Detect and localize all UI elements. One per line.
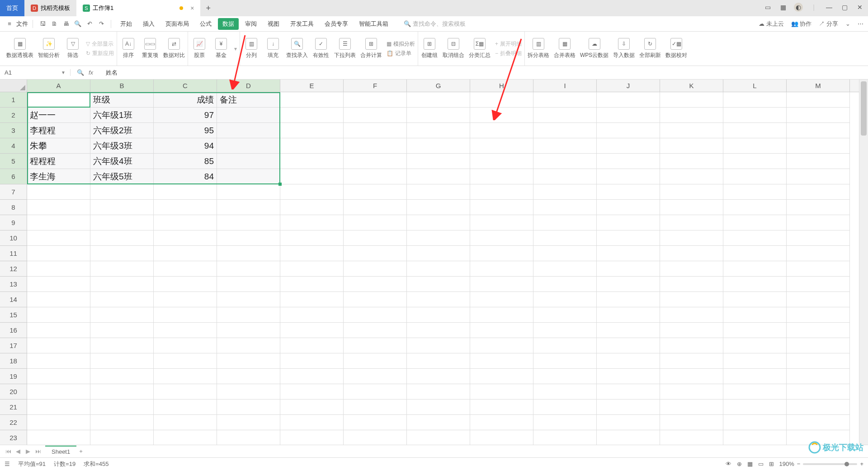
cell[interactable]: [787, 323, 850, 338]
zoom-slider-thumb[interactable]: [844, 462, 849, 466]
cell[interactable]: [90, 184, 154, 200]
cell[interactable]: [90, 415, 154, 430]
chevron-down-icon[interactable]: ▾: [234, 46, 237, 52]
cell[interactable]: [407, 169, 470, 184]
row-header[interactable]: 12: [0, 261, 27, 277]
cell[interactable]: [90, 215, 154, 230]
fill-handle[interactable]: [278, 183, 282, 186]
cell[interactable]: [597, 369, 660, 384]
cell[interactable]: 94: [154, 138, 217, 154]
settings-icon[interactable]: ☰: [5, 461, 10, 467]
cell[interactable]: [90, 246, 154, 261]
cell[interactable]: [217, 292, 280, 307]
fx-icon[interactable]: fx: [89, 69, 93, 76]
cell[interactable]: [154, 184, 217, 200]
cell[interactable]: [90, 277, 154, 292]
cell-reference-box[interactable]: A1 ▼: [0, 69, 71, 76]
cell[interactable]: [723, 215, 787, 230]
sort-button[interactable]: A↓排序: [120, 38, 137, 59]
col-header-M[interactable]: M: [787, 80, 850, 92]
cell[interactable]: [407, 230, 470, 246]
row-header[interactable]: 10: [0, 230, 27, 246]
row-header[interactable]: 21: [0, 400, 27, 415]
col-header-F[interactable]: F: [344, 80, 407, 92]
cell[interactable]: [470, 415, 533, 430]
cell[interactable]: [154, 323, 217, 338]
cell[interactable]: [407, 200, 470, 215]
cell[interactable]: [27, 292, 90, 307]
pivot-table-button[interactable]: ▦数据透视表: [6, 38, 33, 59]
cell[interactable]: [470, 292, 533, 307]
cell[interactable]: 成绩: [154, 92, 217, 108]
cell[interactable]: [344, 384, 407, 400]
cell[interactable]: [597, 277, 660, 292]
cell[interactable]: [533, 384, 597, 400]
menu-file[interactable]: 文件: [16, 20, 28, 28]
formula-input[interactable]: 姓名: [99, 69, 118, 77]
row-header[interactable]: 11: [0, 246, 27, 261]
ungroup-button[interactable]: ⊟取消组合: [443, 38, 464, 59]
coop-button[interactable]: 👥 协作: [791, 20, 812, 28]
vertical-scrollbar[interactable]: [859, 80, 868, 445]
col-header-B[interactable]: B: [90, 80, 154, 92]
col-header-E[interactable]: E: [280, 80, 344, 92]
cell[interactable]: [723, 323, 787, 338]
cell[interactable]: [533, 246, 597, 261]
cell[interactable]: [787, 92, 850, 108]
preview-icon[interactable]: 🔍: [73, 19, 83, 29]
cell[interactable]: 六年级5班: [90, 169, 154, 184]
cell[interactable]: [217, 246, 280, 261]
grid-icon[interactable]: ▦: [778, 3, 788, 12]
cell[interactable]: [470, 215, 533, 230]
cell[interactable]: [344, 430, 407, 445]
cell[interactable]: [533, 353, 597, 369]
menu-start[interactable]: 开始: [116, 18, 137, 30]
cell[interactable]: [217, 154, 280, 169]
split-table-button[interactable]: ▥拆分表格: [528, 38, 549, 59]
zoom-slider[interactable]: [803, 463, 857, 465]
cell[interactable]: [723, 123, 787, 138]
cell[interactable]: [597, 292, 660, 307]
cell[interactable]: [597, 108, 660, 123]
cell[interactable]: [470, 384, 533, 400]
cell[interactable]: [280, 277, 344, 292]
cell[interactable]: [27, 400, 90, 415]
user-avatar[interactable]: ◐: [794, 3, 803, 12]
cell[interactable]: [154, 261, 217, 277]
cell[interactable]: [533, 400, 597, 415]
cell[interactable]: [407, 353, 470, 369]
cell[interactable]: [723, 430, 787, 445]
col-header-L[interactable]: L: [723, 80, 787, 92]
cell[interactable]: [533, 230, 597, 246]
col-header-A[interactable]: A: [27, 80, 90, 92]
cell[interactable]: [27, 353, 90, 369]
cell[interactable]: [280, 246, 344, 261]
tab-workbook[interactable]: S 工作簿1 ×: [76, 0, 200, 16]
cell[interactable]: [27, 415, 90, 430]
cell[interactable]: [280, 292, 344, 307]
cell[interactable]: [597, 323, 660, 338]
row-header[interactable]: 14: [0, 292, 27, 307]
cell[interactable]: [217, 261, 280, 277]
cell[interactable]: [90, 353, 154, 369]
cell[interactable]: [533, 430, 597, 445]
cell[interactable]: [344, 323, 407, 338]
cell[interactable]: [27, 384, 90, 400]
cell[interactable]: [787, 384, 850, 400]
cell[interactable]: [470, 338, 533, 353]
cell[interactable]: [660, 307, 723, 323]
cell[interactable]: [533, 292, 597, 307]
cell[interactable]: [154, 353, 217, 369]
cell[interactable]: [723, 184, 787, 200]
cell[interactable]: [787, 400, 850, 415]
menu-data[interactable]: 数据: [218, 18, 239, 30]
cell[interactable]: [90, 261, 154, 277]
select-all-corner[interactable]: [0, 80, 27, 92]
sheet-nav-first-icon[interactable]: ⏮: [4, 448, 13, 455]
cell[interactable]: 李生海: [27, 169, 90, 184]
cell[interactable]: [470, 400, 533, 415]
cell[interactable]: [407, 92, 470, 108]
dropdown-list-button[interactable]: ☰下拉列表: [334, 38, 356, 59]
cell[interactable]: [27, 307, 90, 323]
cell[interactable]: [90, 400, 154, 415]
